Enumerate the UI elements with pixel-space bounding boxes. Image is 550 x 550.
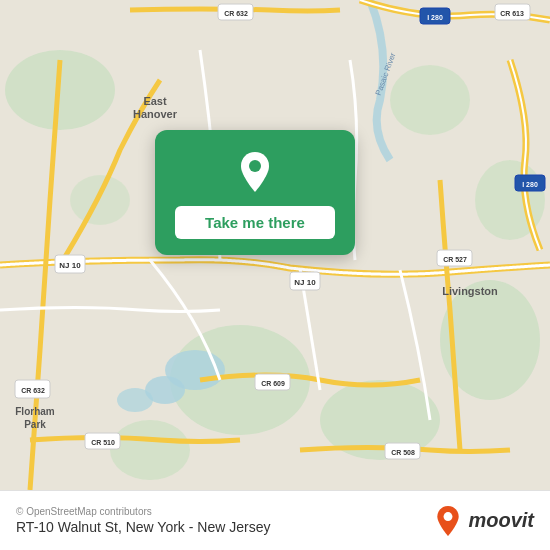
location-pin-icon: [231, 148, 279, 196]
bottom-bar: © OpenStreetMap contributors RT-10 Walnu…: [0, 490, 550, 550]
moovit-wordmark: moovit: [468, 509, 534, 532]
svg-point-7: [70, 175, 130, 225]
svg-point-5: [110, 420, 190, 480]
svg-text:Park: Park: [24, 419, 46, 430]
svg-text:Florham: Florham: [15, 406, 55, 417]
svg-text:CR 510: CR 510: [91, 439, 115, 446]
moovit-logo: moovit: [434, 505, 534, 537]
svg-text:NJ 10: NJ 10: [294, 278, 316, 287]
location-info: © OpenStreetMap contributors RT-10 Walnu…: [16, 506, 270, 535]
svg-point-42: [444, 512, 453, 521]
svg-point-41: [249, 160, 261, 172]
svg-text:Hanover: Hanover: [133, 108, 178, 120]
location-name: RT-10 Walnut St, New York - New Jersey: [16, 519, 270, 535]
svg-text:CR 613: CR 613: [500, 10, 524, 17]
moovit-pin-icon: [434, 505, 462, 537]
map-view: NJ 10 NJ 10 CR 632 CR 632 I 280 CR 613 I…: [0, 0, 550, 490]
copyright-text: © OpenStreetMap contributors: [16, 506, 270, 517]
svg-text:CR 632: CR 632: [224, 10, 248, 17]
svg-text:CR 632: CR 632: [21, 387, 45, 394]
svg-text:I 280: I 280: [522, 181, 538, 188]
svg-text:Livingston: Livingston: [442, 285, 498, 297]
svg-point-11: [117, 388, 153, 412]
svg-text:I 280: I 280: [427, 14, 443, 21]
svg-text:CR 508: CR 508: [391, 449, 415, 456]
take-me-there-button[interactable]: Take me there: [175, 206, 335, 239]
svg-text:NJ 10: NJ 10: [59, 261, 81, 270]
svg-text:CR 527: CR 527: [443, 256, 467, 263]
svg-point-6: [390, 65, 470, 135]
svg-text:East: East: [143, 95, 167, 107]
destination-card: Take me there: [155, 130, 355, 255]
svg-text:CR 609: CR 609: [261, 380, 285, 387]
